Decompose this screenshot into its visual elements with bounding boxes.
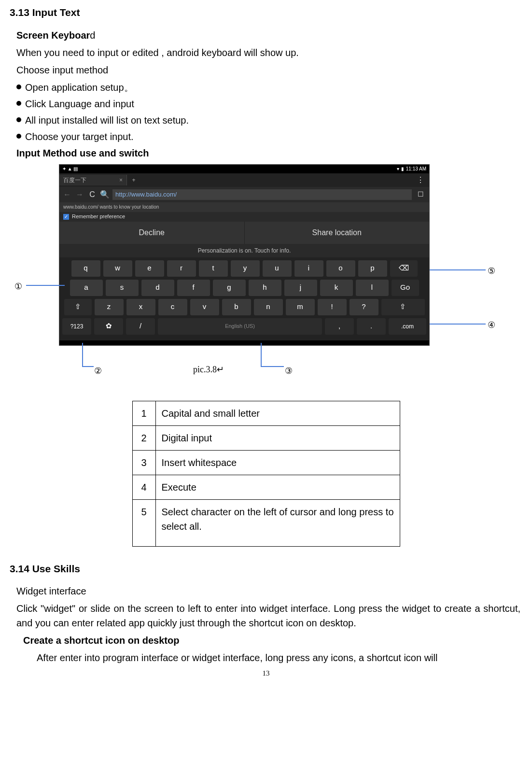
key-l[interactable]: l (356, 280, 389, 296)
comma-key[interactable]: , (325, 318, 354, 335)
widget-heading: Widget interface (10, 584, 522, 598)
shortcut-body: After enter into program interface or wi… (10, 650, 522, 665)
key-y[interactable]: y (231, 260, 260, 277)
keyboard-row-3: ⇧ z x c v b n m ! ? ⇧ (62, 299, 426, 315)
key-z[interactable]: z (95, 299, 124, 315)
bullet-1-text: Open application setup。 (25, 80, 134, 95)
keyboard: q w e r t y u i o p ⌫ a s d f g h j k (59, 257, 429, 340)
key-o[interactable]: o (326, 260, 355, 277)
callout-4-line (430, 324, 486, 325)
settings-key[interactable]: ✿ (94, 318, 123, 335)
figure-caption: pic.3.8↵ (193, 363, 224, 376)
shift-key-left[interactable]: ⇧ (64, 299, 92, 315)
forward-icon[interactable]: → (75, 189, 84, 200)
key-u[interactable]: u (263, 260, 292, 277)
new-tab-button[interactable]: + (127, 176, 140, 184)
key-a[interactable]: a (70, 280, 103, 296)
table-row: 2 Digital input (132, 425, 400, 450)
key-i[interactable]: i (294, 260, 323, 277)
key-b[interactable]: b (222, 299, 251, 315)
bullet-2: Click Language and input (10, 97, 522, 111)
key-g[interactable]: g (213, 280, 246, 296)
callout-5: ⑤ (488, 265, 495, 278)
callout-1: ① (14, 280, 22, 293)
key-w[interactable]: w (103, 260, 132, 277)
close-icon[interactable]: × (119, 176, 123, 184)
table-row: 5 Select character on the left of cursor… (132, 499, 400, 546)
key-t[interactable]: t (199, 260, 228, 277)
key-h[interactable]: h (249, 280, 281, 296)
key-question[interactable]: ? (350, 299, 378, 315)
widget-body: Click "widget" or slide on the screen to… (10, 601, 522, 630)
slash-key[interactable]: / (126, 318, 155, 335)
bullet-icon (16, 85, 21, 89)
numeric-key[interactable]: ?123 (62, 318, 91, 335)
screen-keyboard-bold: Screen Keyboar (16, 30, 90, 41)
dot-key[interactable]: . (357, 318, 386, 335)
key-x[interactable]: x (126, 299, 155, 315)
key-c[interactable]: c (158, 299, 187, 315)
url-field[interactable]: http://www.baidu.com/ (112, 189, 412, 200)
input-method-heading: Input Method use and switch (10, 146, 522, 160)
screen-keyboard-tail: d (90, 30, 95, 41)
bullet-3: All input installed will list on text se… (10, 113, 522, 127)
status-right: ▾ ▮ 11:13 AM (397, 165, 426, 172)
table-row: 1 Capital and small letter (132, 401, 400, 425)
legend-num-5: 5 (132, 499, 155, 546)
bullet-1: Open application setup。 (10, 80, 522, 95)
remember-label: Remember preference (72, 212, 125, 221)
battery-icon: ▮ (401, 165, 404, 172)
key-k[interactable]: k (320, 280, 353, 296)
back-icon[interactable]: ← (62, 189, 72, 200)
share-location-button[interactable]: Share location (245, 222, 430, 244)
key-p[interactable]: p (358, 260, 387, 277)
legend-num-3: 3 (132, 450, 155, 475)
dotcom-key[interactable]: .com (389, 318, 426, 335)
menu-icon[interactable]: ⋮ (417, 176, 429, 184)
reload-icon[interactable]: C (87, 189, 97, 200)
key-s[interactable]: s (106, 280, 139, 296)
key-r[interactable]: r (167, 260, 196, 277)
bullet-2-text: Click Language and input (25, 97, 134, 111)
callout-3-line-v (261, 343, 262, 366)
remember-pref-row: ✓ Remember preference (59, 212, 429, 222)
key-n[interactable]: n (254, 299, 283, 315)
bookmark-icon[interactable]: ☐ (415, 189, 426, 199)
keyboard-row-1: q w e r t y u i o p ⌫ (62, 260, 426, 277)
clock: 11:13 AM (406, 165, 426, 172)
key-excl[interactable]: ! (318, 299, 347, 315)
bullet-4-text: Choose your target input. (25, 129, 134, 144)
personalization-banner[interactable]: Personalization is on. Touch for info. (59, 244, 429, 257)
status-bar: ✦ ▲ ▤ ▾ ▮ 11:13 AM (59, 165, 429, 173)
shift-key-right[interactable]: ⇧ (381, 299, 425, 315)
key-j[interactable]: j (284, 280, 317, 296)
callout-4: ④ (488, 319, 495, 332)
keyboard-row-4: ?123 ✿ / English (US) , . .com (62, 318, 426, 335)
key-q[interactable]: q (71, 260, 100, 277)
legend-table: 1 Capital and small letter 2 Digital inp… (132, 401, 400, 547)
go-key[interactable]: Go (392, 280, 419, 296)
tab-title: 百度一下 (63, 176, 86, 184)
key-e[interactable]: e (135, 260, 164, 277)
space-key[interactable]: English (US) (158, 318, 322, 335)
key-f[interactable]: f (177, 280, 210, 296)
key-d[interactable]: d (141, 280, 174, 296)
location-request-bar: www.baidu.com/ wants to know your locati… (59, 202, 429, 212)
callout-2: ② (94, 365, 102, 378)
figure-3-8: ✦ ▲ ▤ ▾ ▮ 11:13 AM 百度一下 × + ⋮ ← → C 🔍 ht… (14, 164, 522, 381)
legend-num-4: 4 (132, 475, 155, 499)
legend-text-2: Digital input (155, 425, 400, 450)
legend-text-5: Select character on the left of cursor a… (155, 499, 400, 546)
callout-1-line (26, 285, 65, 286)
body-line-1: When you need to input or edited , andro… (10, 45, 522, 60)
callout-3-line-h (261, 366, 284, 367)
url-bar: ← → C 🔍 http://www.baidu.com/ ☐ (59, 187, 429, 202)
legend-num-2: 2 (132, 425, 155, 450)
decline-button[interactable]: Decline (59, 222, 245, 244)
browser-tab[interactable]: 百度一下 × (59, 175, 127, 185)
checkbox-icon[interactable]: ✓ (63, 214, 69, 220)
screen-keyboard-heading: Screen Keyboard (10, 28, 522, 42)
key-v[interactable]: v (190, 299, 219, 315)
backspace-key[interactable]: ⌫ (390, 260, 418, 277)
key-m[interactable]: m (286, 299, 315, 315)
